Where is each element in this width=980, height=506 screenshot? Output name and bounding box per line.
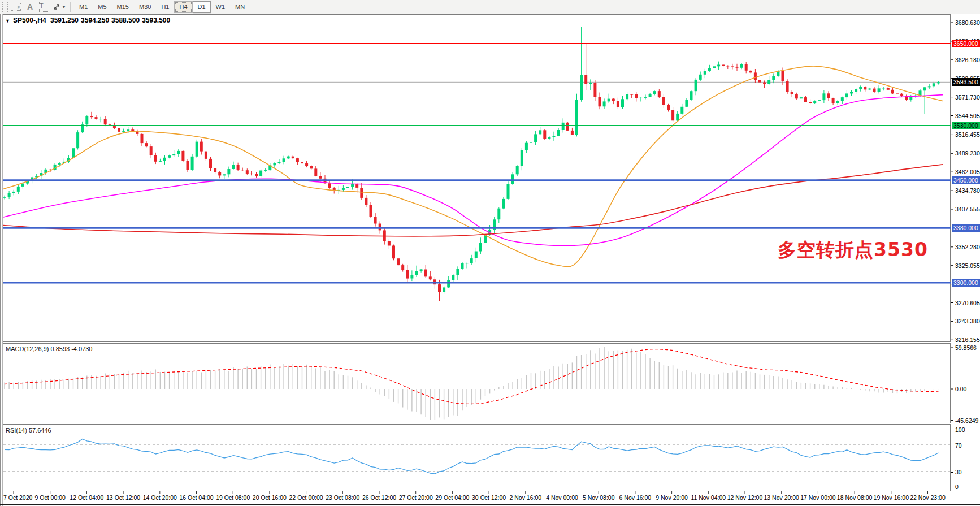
time-axis-label: 30 Oct 12:00 bbox=[472, 494, 506, 501]
time-axis-label: 26 Oct 12:00 bbox=[362, 494, 396, 501]
time-axis-label: 12 Nov 12:00 bbox=[727, 494, 762, 501]
ohlc-open: 3591.250 bbox=[50, 16, 79, 24]
time-axis-label: 5 Nov 08:00 bbox=[583, 494, 615, 501]
hline-price-label: 3530.000 bbox=[952, 122, 980, 129]
time-axis-label: 18 Nov 08:00 bbox=[837, 494, 872, 501]
ohlc-close: 3593.500 bbox=[142, 16, 170, 24]
time-axis-label: 9 Nov 20:00 bbox=[656, 494, 688, 501]
time-axis-label: 20 Oct 16:00 bbox=[253, 494, 287, 501]
time-axis-label: 11 Nov 04:00 bbox=[691, 494, 726, 501]
macd-axis-tick: -45.6249 bbox=[955, 417, 978, 425]
mt4-chart-window: F A T ▼ M1M5M15M30H1H4D1W1MN ▼SP500-,H4 … bbox=[0, 0, 980, 506]
price-axis-tick: 3352.280 bbox=[955, 243, 980, 251]
price-axis-tick: 3434.780 bbox=[955, 187, 980, 194]
price-axis-tick: 3516.455 bbox=[955, 131, 980, 139]
time-axis-label: 19 Nov 16:00 bbox=[874, 494, 909, 501]
price-axis-tick: 3462.005 bbox=[955, 168, 980, 176]
macd-label: MACD(12,26,9) 0.8593 -4.0730 bbox=[6, 345, 92, 352]
hline-price-label: 3650.000 bbox=[952, 40, 980, 47]
time-axis-label: 22 Oct 00:00 bbox=[289, 494, 323, 501]
time-axis-label: 9 Oct 00:00 bbox=[35, 494, 66, 501]
time-axis-label: 17 Nov 00:00 bbox=[800, 494, 835, 501]
time-axis-label: 22 Nov 23:00 bbox=[910, 494, 945, 501]
price-axis-tick: 3243.380 bbox=[955, 317, 980, 325]
time-axis-label: 12 Oct 04:00 bbox=[70, 494, 103, 501]
price-axis-tick: 3325.055 bbox=[955, 262, 980, 270]
time-axis-label: 13 Nov 20:00 bbox=[764, 494, 799, 501]
price-axis-tick: 3216.155 bbox=[955, 336, 980, 344]
bid-price-label: 3593.500 bbox=[952, 78, 980, 86]
rsi-axis-tick: 0 bbox=[955, 483, 959, 491]
rsi-axis-tick: 100 bbox=[955, 426, 965, 434]
time-axis-label: 27 Oct 20:00 bbox=[399, 494, 433, 501]
macd-axis-tick: 59.8566 bbox=[955, 344, 977, 352]
rsi-axis-tick: 30 bbox=[955, 468, 962, 476]
price-axis-tick: 3680.630 bbox=[955, 19, 980, 27]
chart-symbol: SP500-,H4 bbox=[13, 16, 46, 24]
time-axis-label: 6 Nov 16:00 bbox=[619, 494, 652, 501]
chart-title[interactable]: ▼SP500-,H4 3591.2503594.2503588.5003593.… bbox=[5, 16, 172, 24]
price-axis-tick: 3407.555 bbox=[955, 205, 980, 213]
rsi-axis-tick: 70 bbox=[955, 442, 962, 449]
ohlc-high: 3594.250 bbox=[81, 16, 109, 24]
time-axis-label: 23 Oct 08:00 bbox=[326, 494, 359, 501]
time-axis-label: 2 Nov 16:00 bbox=[509, 494, 541, 501]
time-axis-label: 16 Oct 04:00 bbox=[179, 494, 213, 501]
price-axis-tick: 3270.605 bbox=[955, 299, 980, 307]
price-axis-tick: 3489.230 bbox=[955, 149, 980, 157]
hline-price-label: 3450.000 bbox=[952, 176, 980, 184]
price-axis-tick: 3571.730 bbox=[955, 93, 980, 101]
time-axis-label: 4 Nov 00:00 bbox=[546, 494, 578, 501]
hline-price-label: 3300.000 bbox=[952, 279, 980, 287]
rsi-label: RSI(14) 57.6446 bbox=[6, 427, 51, 434]
time-axis-label: 7 Oct 2020 bbox=[3, 494, 32, 501]
hline-price-label: 3380.000 bbox=[952, 224, 980, 232]
time-axis-label: 13 Oct 12:00 bbox=[106, 494, 140, 501]
time-axis-label: 29 Oct 04:00 bbox=[435, 494, 469, 501]
ohlc-low: 3588.500 bbox=[111, 16, 140, 24]
time-axis-label: 14 Oct 20:00 bbox=[143, 494, 177, 501]
chart-menu-arrow-icon[interactable]: ▼ bbox=[5, 18, 10, 24]
annotation-text: 多空转折点3530 bbox=[778, 237, 928, 263]
macd-axis-tick: 0.00 bbox=[955, 385, 966, 393]
price-axis-tick: 3626.180 bbox=[955, 56, 980, 64]
time-axis-label: 19 Oct 08:00 bbox=[216, 494, 250, 501]
price-axis-tick: 3544.505 bbox=[955, 112, 980, 120]
